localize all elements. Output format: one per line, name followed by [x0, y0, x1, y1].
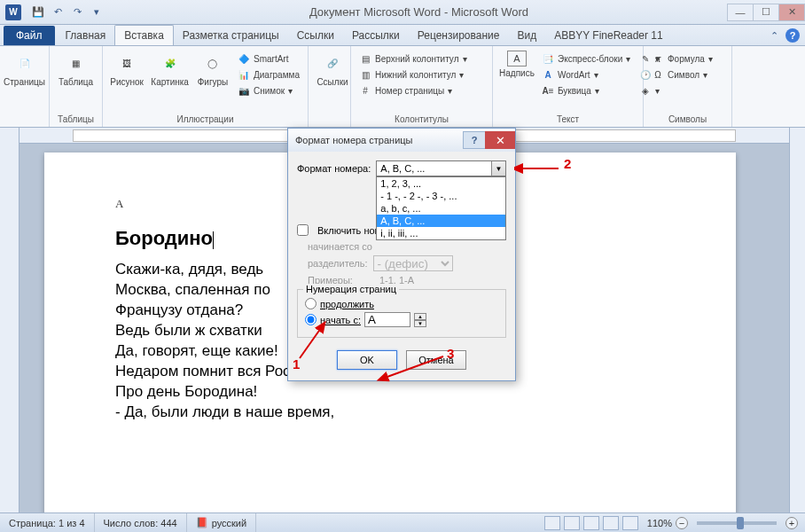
status-language[interactable]: 📕русский — [187, 513, 256, 532]
footer-label: Нижний колонтитул — [375, 70, 456, 80]
header-button[interactable]: ▤Верхний колонтитул ▾ — [356, 51, 470, 66]
doc-line: Про день Бородина! — [115, 383, 700, 401]
tab-page-layout[interactable]: Разметка страницы — [174, 26, 288, 45]
start-at-input[interactable] — [364, 312, 410, 327]
textbox-button[interactable]: AНадпись — [498, 48, 535, 81]
zoom-out-button[interactable]: − — [676, 517, 688, 529]
shapes-button[interactable]: ◯Фигуры — [194, 48, 231, 90]
status-words[interactable]: Число слов: 444 — [95, 513, 187, 532]
quickparts-button[interactable]: 📑Экспресс-блоки ▾ — [539, 51, 633, 66]
numbering-fieldset: Нумерация страниц продолжить начать с: ▲… — [297, 289, 506, 338]
close-button[interactable]: ✕ — [778, 4, 805, 21]
pages-label: Страницы — [4, 77, 45, 87]
view-draft[interactable] — [622, 516, 638, 530]
ribbon-minimize-icon[interactable]: ⌃ — [770, 30, 778, 42]
dialog-titlebar[interactable]: Формат номера страницы ? ✕ — [288, 129, 515, 152]
undo-icon[interactable]: ↶ — [50, 4, 66, 20]
file-tab[interactable]: Файл — [4, 26, 55, 45]
dialog-close-button[interactable]: ✕ — [485, 131, 515, 149]
textbox-icon: A — [507, 51, 527, 66]
smartart-icon: 🔷 — [238, 52, 250, 65]
zoom-slider[interactable] — [697, 521, 777, 525]
table-button[interactable]: ▦ Таблица — [55, 48, 97, 90]
minimize-button[interactable]: — — [727, 4, 754, 21]
pages-button[interactable]: 📄 Страницы — [5, 48, 43, 90]
ribbon-tab-strip: Файл Главная Вставка Разметка страницы С… — [0, 25, 805, 46]
format-option[interactable]: - 1 -, - 2 -, - 3 -, ... — [377, 190, 505, 202]
smartart-button[interactable]: 🔷SmartArt — [235, 51, 302, 66]
footer-button[interactable]: ▥Нижний колонтитул ▾ — [356, 67, 470, 82]
format-option[interactable]: a, b, c, ... — [377, 202, 505, 215]
symbol-button[interactable]: ΩСимвол ▾ — [649, 67, 715, 82]
tab-view[interactable]: Вид — [508, 26, 545, 45]
ok-button[interactable]: OK — [337, 350, 397, 370]
header-icon: ▤ — [359, 52, 371, 65]
quickparts-icon: 📑 — [542, 52, 554, 65]
picture-button[interactable]: 🖼Рисунок — [108, 48, 145, 90]
help-icon[interactable]: ? — [785, 28, 800, 43]
cancel-button[interactable]: Отмена — [406, 350, 466, 370]
clipart-label: Картинка — [151, 77, 189, 87]
page-number-button[interactable]: #Номер страницы ▾ — [356, 83, 470, 98]
tab-abbyy[interactable]: ABBYY FineReader 11 — [545, 26, 672, 45]
format-option[interactable]: 1, 2, 3, ... — [377, 177, 505, 190]
group-label-tables: Таблицы — [55, 113, 97, 125]
doc-line: - Да, были люди в наше время, — [115, 403, 700, 421]
tab-review[interactable]: Рецензирование — [409, 26, 509, 45]
start-at-spinner[interactable]: ▲▼ — [414, 313, 426, 327]
format-option[interactable]: A, B, C, ... — [377, 215, 505, 227]
maximize-button[interactable]: ☐ — [753, 4, 779, 21]
clipart-button[interactable]: 🧩Картинка — [149, 48, 191, 90]
tab-home[interactable]: Главная — [57, 26, 115, 45]
start-at-radio[interactable] — [305, 314, 317, 325]
wordart-button[interactable]: AWordArt ▾ — [539, 67, 633, 82]
format-option[interactable]: i, ii, iii, ... — [377, 227, 505, 239]
separator-select: - (дефис) — [373, 255, 453, 271]
chart-button[interactable]: 📊Диаграмма — [235, 67, 302, 82]
spellcheck-icon: 📕 — [196, 517, 208, 528]
links-button[interactable]: 🔗Ссылки — [314, 48, 351, 90]
dropcap-label: Буквица — [558, 86, 591, 96]
start-at-label: начать с: — [320, 315, 361, 325]
include-chapter-checkbox[interactable] — [297, 224, 309, 236]
dropcap-button[interactable]: A≡Буквица ▾ — [539, 83, 633, 98]
starts-label: начинается со — [308, 241, 372, 252]
dialog-help-button[interactable]: ? — [463, 131, 486, 149]
save-icon[interactable]: 💾 — [30, 4, 46, 20]
group-label-symbols: Символы — [649, 113, 726, 125]
symbol-label: Символ — [668, 70, 699, 80]
annotation-number-1: 1 — [293, 356, 300, 372]
view-full-screen[interactable] — [564, 516, 580, 530]
separator-label: разделитель: — [308, 258, 368, 269]
vertical-scrollbar[interactable] — [789, 128, 805, 512]
annotation-number-2: 2 — [564, 156, 571, 171]
continue-radio[interactable] — [305, 298, 317, 309]
chevron-down-icon[interactable]: ▼ — [491, 161, 505, 176]
status-page[interactable]: Страница: 1 из 4 — [0, 513, 95, 532]
tab-mailings[interactable]: Рассылки — [343, 26, 409, 45]
view-web[interactable] — [583, 516, 599, 530]
shapes-icon: ◯ — [200, 51, 225, 75]
screenshot-icon: 📷 — [238, 84, 250, 97]
quickparts-label: Экспресс-блоки — [558, 54, 622, 64]
chart-label: Диаграмма — [254, 70, 300, 80]
statusbar: Страница: 1 из 4 Число слов: 444 📕русски… — [0, 512, 805, 532]
format-combo[interactable]: A, B, C, ... ▼ 1, 2, 3, ... - 1 -, - 2 -… — [376, 160, 506, 176]
qat-dropdown-icon[interactable]: ▾ — [89, 4, 105, 20]
equation-button[interactable]: πФормула ▾ — [649, 51, 715, 66]
view-print-layout[interactable] — [544, 516, 560, 530]
redo-icon[interactable]: ↷ — [69, 4, 85, 20]
word-icon: W — [5, 4, 21, 20]
page-number-format-dialog: Формат номера страницы ? ✕ Формат номера… — [287, 128, 516, 381]
footer-icon: ▥ — [359, 68, 371, 81]
pagenum-label: Номер страницы — [375, 86, 444, 96]
window-title: Документ Microsoft Word - Microsoft Word — [110, 5, 728, 19]
zoom-in-button[interactable]: + — [785, 517, 798, 529]
tab-references[interactable]: Ссылки — [288, 26, 343, 45]
zoom-percent[interactable]: 110% — [647, 518, 672, 528]
view-outline[interactable] — [603, 516, 619, 530]
tab-insert[interactable]: Вставка — [114, 25, 174, 45]
format-label: Формат номера: — [297, 163, 371, 174]
screenshot-button[interactable]: 📷Снимок ▾ — [235, 83, 302, 98]
continue-label: продолжить — [320, 299, 374, 309]
